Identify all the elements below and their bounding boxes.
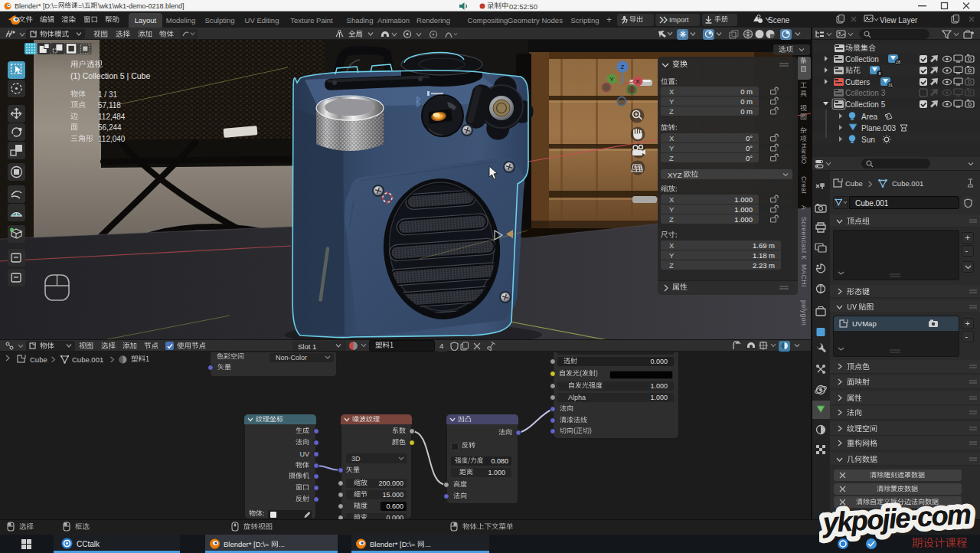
svg-text:8: 8	[878, 71, 880, 76]
svg-text:X: X	[635, 78, 640, 85]
svg-text:Z: Z	[621, 64, 625, 70]
svg-text:31: 31	[888, 83, 893, 87]
svg-text:28: 28	[896, 60, 900, 64]
svg-text:Y: Y	[609, 76, 614, 83]
svg-text:ykpojie·com: ykpojie·com	[821, 498, 972, 538]
